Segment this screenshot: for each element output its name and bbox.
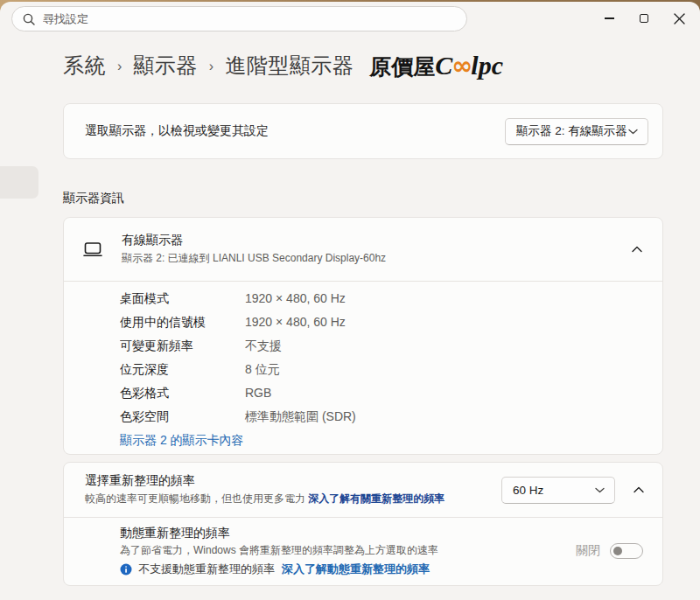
info-icon — [120, 563, 132, 576]
display-info-details: 桌面模式 1920 × 480, 60 Hz 使用中的信號模式 1920 × 4… — [64, 282, 662, 454]
info-row-color-space: 色彩空間 標準動態範圍 (SDR) — [120, 406, 662, 429]
row-value: RGB — [245, 382, 271, 401]
refresh-rate-dropdown[interactable]: 60 Hz — [501, 477, 615, 504]
maximize-icon — [640, 14, 648, 23]
breadcrumb-system[interactable]: 系統 — [63, 52, 106, 80]
toggle-knob-icon — [613, 547, 622, 555]
dynamic-refresh-row: 動態重新整理的頻率 為了節省電力，Windows 會將重新整理的頻率調整為上方選… — [64, 518, 662, 585]
chevron-up-icon — [632, 246, 642, 253]
row-label: 位元深度 — [120, 359, 216, 378]
search-box[interactable] — [11, 6, 467, 31]
row-value: 不支援 — [245, 335, 282, 354]
row-value: 8 位元 — [245, 359, 280, 378]
info-row-active-signal: 使用中的信號模式 1920 × 480, 60 Hz — [120, 311, 662, 335]
chevron-up-icon — [634, 486, 644, 493]
collapse-refresh-expander-button[interactable] — [627, 478, 650, 501]
refresh-rate-title: 選擇重新整理的頻率 — [85, 473, 501, 489]
info-row-desktop-mode: 桌面模式 1920 × 480, 60 Hz — [120, 288, 662, 311]
dynamic-refresh-description: 為了節省電力，Windows 會將重新整理的頻率調整為上方選取的速率 — [120, 543, 576, 557]
toggle-state-label: 關閉 — [576, 543, 600, 559]
close-icon — [674, 13, 685, 24]
logo-c: C — [435, 51, 452, 80]
display-info-title: 有線顯示器 — [122, 233, 626, 248]
page-title: 進階型顯示器 — [225, 52, 354, 80]
learn-more-dynamic-refresh-link[interactable]: 深入了解動態重新整理的頻率 — [282, 562, 430, 577]
maximize-button[interactable] — [626, 5, 662, 31]
display-info-subtitle: 顯示器 2: 已連線到 LIANLI USB Secondary Display… — [122, 251, 626, 266]
learn-more-refresh-link[interactable]: 深入了解有關重新整理的頻率 — [308, 492, 444, 505]
row-label: 桌面模式 — [120, 288, 216, 307]
refresh-rate-row: 選擇重新整理的頻率 較高的速率可更順暢地移動，但也使用更多電力 深入了解有關重新… — [64, 463, 662, 517]
minimize-button[interactable] — [592, 5, 626, 31]
section-title: 顯示器資訊 — [63, 191, 663, 206]
search-input[interactable] — [43, 12, 456, 25]
display-select-dropdown[interactable]: 顯示器 2: 有線顯示器 — [505, 118, 648, 145]
chevron-down-icon — [595, 487, 605, 493]
breadcrumb-display[interactable]: 顯示器 — [133, 52, 198, 80]
row-value: 1920 × 480, 60 Hz — [245, 311, 346, 331]
display-adapter-properties-link[interactable]: 顯示器 2 的顯示卡內容 — [120, 431, 244, 449]
row-label: 使用中的信號模式 — [120, 311, 216, 333]
search-icon — [23, 13, 35, 25]
coolpc-logo: 原價屋 C ∞ lpc — [369, 51, 503, 81]
chevron-down-icon — [628, 129, 638, 135]
chevron-right-icon: › — [117, 57, 122, 74]
monitor-icon — [81, 238, 104, 261]
row-label: 可變更新頻率 — [120, 335, 216, 354]
row-value: 1920 × 480, 60 Hz — [245, 288, 346, 307]
refresh-rate-desc-text: 較高的速率可更順暢地移動，但也使用更多電力 — [85, 492, 305, 505]
info-row-vrr: 可變更新頻率 不支援 — [120, 335, 662, 359]
logo-lpc: lpc — [471, 51, 503, 80]
row-label: 色彩空間 — [120, 406, 216, 425]
close-button[interactable] — [662, 5, 696, 31]
refresh-rate-card: 選擇重新整理的頻率 較高的速率可更順暢地移動，但也使用更多電力 深入了解有關重新… — [63, 462, 663, 586]
info-row-color-format: 色彩格式 RGB — [120, 382, 662, 406]
collapse-expander-button[interactable] — [626, 238, 648, 261]
select-display-card: 選取顯示器，以檢視或變更其設定 顯示器 2: 有線顯示器 — [63, 103, 663, 159]
display-select-value: 顯示器 2: 有線顯示器 — [516, 123, 627, 139]
dynamic-refresh-title: 動態重新整理的頻率 — [120, 525, 576, 541]
settings-window: 系統 › 顯示器 › 進階型顯示器 原價屋 C ∞ lpc 選取顯示器，以檢視或… — [0, 2, 700, 600]
dynamic-refresh-toggle[interactable] — [610, 543, 643, 559]
chevron-right-icon: › — [209, 57, 214, 74]
titlebar — [0, 2, 700, 38]
select-display-label: 選取顯示器，以檢視或變更其設定 — [85, 123, 505, 139]
window-controls — [592, 5, 696, 31]
minimize-icon — [605, 17, 614, 18]
info-row-bit-depth: 位元深度 8 位元 — [120, 359, 662, 382]
row-label: 色彩格式 — [120, 382, 216, 401]
breadcrumb: 系統 › 顯示器 › 進階型顯示器 原價屋 C ∞ lpc — [63, 51, 663, 80]
refresh-rate-description: 較高的速率可更順暢地移動，但也使用更多電力 深入了解有關重新整理的頻率 — [85, 492, 501, 506]
dynamic-refresh-status: 不支援動態重新整理的頻率 — [138, 562, 275, 577]
display-info-card: 有線顯示器 顯示器 2: 已連線到 LIANLI USB Secondary D… — [63, 217, 663, 455]
display-info-header[interactable]: 有線顯示器 顯示器 2: 已連線到 LIANLI USB Secondary D… — [64, 218, 662, 281]
logo-cjk-text: 原價屋 — [369, 52, 435, 81]
row-value: 標準動態範圍 (SDR) — [245, 406, 356, 425]
infinity-icon: ∞ — [452, 51, 472, 80]
refresh-rate-value: 60 Hz — [513, 484, 543, 497]
nav-item-fragment — [0, 166, 38, 199]
